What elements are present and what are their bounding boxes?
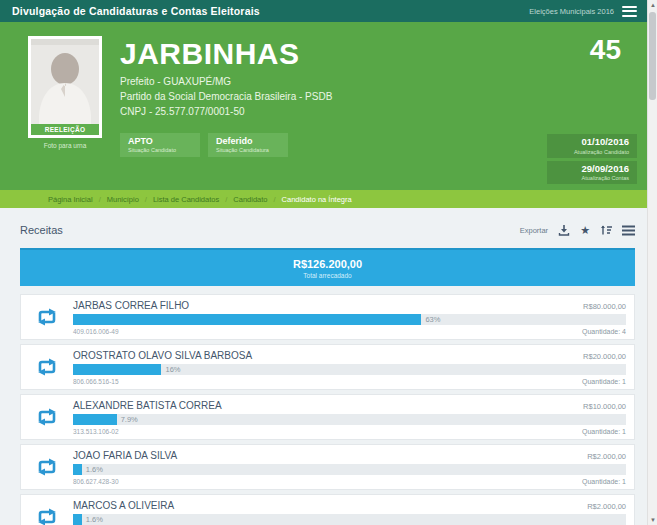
donor-name: JARBAS CORREA FILHO [73,300,189,311]
badge-value: APTO [128,137,190,147]
update-label: Atualização Contas [555,175,629,181]
page-body: Divulgação de Candidaturas e Contas Elei… [0,0,647,525]
breadcrumb-lista[interactable]: Lista de Candidatos [153,195,219,204]
progress-fill [73,514,82,525]
progress-fill [73,414,117,425]
total-amount: R$126.200,00 [293,258,362,270]
candidate-photo: REELEIÇÃO [28,36,102,138]
percent-label: 16% [165,365,180,374]
update-label: Atualização Candidato [555,149,629,155]
row-main: ALEXANDRE BATISTA CORREAR$10.000,00 7.9%… [73,395,634,439]
donation-amount: R$2.000,00 [587,452,626,461]
table-row[interactable]: MARCOS A OLIVEIRAR$2.000,00 1.6% Quantid… [20,494,635,525]
scroll-up-icon[interactable]: ▲ [648,0,657,10]
donor-name: MARCOS A OLIVEIRA [73,500,174,511]
breadcrumb-separator: / [225,195,227,204]
quantity-label: Quantidade: 1 [582,378,626,385]
candidate-name: JARBINHAS [120,38,332,70]
page: Divulgação de Candidaturas e Contas Elei… [0,0,657,525]
download-icon[interactable] [558,224,570,236]
row-main: JARBAS CORREA FILHOR$80.000,00 63% 409.0… [73,295,634,339]
candidate-hero: REELEIÇÃO Foto para urna JARBINHAS Prefe… [0,22,647,190]
transfer-icon [21,345,73,389]
breadcrumb-candidato[interactable]: Candidato [233,195,267,204]
portrait-silhouette [31,39,99,135]
transfer-icon [21,295,73,339]
app-title: Divulgação de Candidaturas e Contas Elei… [12,5,260,17]
candidate-cnpj: CNPJ - 25.577.077/0001-50 [120,104,332,119]
quantity-label: Quantidade: 1 [582,478,626,485]
update-date: 01/10/2016 [555,137,629,147]
progress-fill [73,314,421,325]
table-row[interactable]: JOAO FARIA DA SILVAR$2.000,00 1.6% 806.6… [20,444,635,490]
page-scrollbar[interactable]: ▲ ▼ [647,0,657,525]
percent-label: 1.6% [86,515,103,524]
breadcrumb-home[interactable]: Página Inicial [48,195,93,204]
breadcrumb-separator: / [145,195,147,204]
table-row[interactable]: OROSTRATO OLAVO SILVA BARBOSAR$20.000,00… [20,344,635,390]
quantity-label: Quantidade: 1 [582,428,626,435]
quantity-label: Quantidade: 4 [582,328,626,335]
list-view-icon[interactable] [622,225,635,236]
progress-fill [73,464,82,475]
section-title: Receitas [20,224,63,236]
candidate-party: Partido da Social Democracia Brasileira … [120,89,332,104]
total-label: Total arrecadado [303,272,351,279]
transfer-icon [21,495,73,525]
donor-name: JOAO FARIA DA SILVA [73,450,177,461]
progress-fill [73,364,161,375]
ballot-number: 45 [590,34,621,66]
receitas-toolbar: Exportar ★ [520,224,635,236]
donor-document: 806.066.516-15 [73,378,119,385]
progress-track: 1.6% [73,514,626,525]
sort-icon[interactable] [600,224,612,236]
table-row[interactable]: ALEXANDRE BATISTA CORREAR$10.000,00 7.9%… [20,394,635,440]
total-revenue-bar: R$126.200,00 Total arrecadado [20,248,635,286]
badge-label: Situação Candidato [128,147,190,153]
progress-track: 7.9% [73,414,626,425]
donation-amount: R$10.000,00 [583,402,626,411]
election-edition-label: Eleições Municipais 2016 [529,7,614,16]
donation-amount: R$80.000,00 [583,302,626,311]
breadcrumb-separator: / [99,195,101,204]
percent-label: 1.6% [86,465,103,474]
photo-column: REELEIÇÃO Foto para urna [28,36,102,149]
breadcrumb-separator: / [274,195,276,204]
breadcrumb: Página Inicial / Município / Lista de Ca… [0,190,647,208]
update-candidato: 01/10/2016 Atualização Candidato [547,134,637,157]
scrollbar-thumb[interactable] [649,12,656,100]
donor-name: ALEXANDRE BATISTA CORREA [73,400,222,411]
reelection-badge: REELEIÇÃO [31,124,99,135]
row-main: JOAO FARIA DA SILVAR$2.000,00 1.6% 806.6… [73,445,634,489]
donor-name: OROSTRATO OLAVO SILVA BARBOSA [73,350,252,361]
top-header: Divulgação de Candidaturas e Contas Elei… [0,0,647,22]
status-badges: APTO Situação Candidato Deferido Situaçã… [120,133,332,158]
candidate-portrait: REELEIÇÃO [31,39,99,135]
donor-list: JARBAS CORREA FILHOR$80.000,00 63% 409.0… [20,294,635,525]
status-badge-candidatura: Deferido Situação Candidatura [208,133,288,158]
favorite-star-icon[interactable]: ★ [580,225,590,236]
row-main: OROSTRATO OLAVO SILVA BARBOSAR$20.000,00… [73,345,634,389]
donation-amount: R$20.000,00 [583,352,626,361]
photo-caption: Foto para urna [28,142,102,149]
update-contas: 29/09/2016 Atualização Contas [547,161,637,184]
badge-label: Situação Candidatura [216,147,278,153]
scroll-down-icon[interactable]: ▼ [648,515,657,525]
candidate-info: JARBINHAS Prefeito - GUAXUPÉ/MG Partido … [120,38,332,157]
percent-label: 7.9% [121,415,138,424]
progress-track: 1.6% [73,464,626,475]
export-label[interactable]: Exportar [520,226,548,235]
breadcrumb-municipio[interactable]: Município [107,195,139,204]
update-date: 29/09/2016 [555,164,629,174]
top-header-right: Eleições Municipais 2016 [529,6,637,17]
transfer-icon [21,445,73,489]
percent-label: 63% [425,315,440,324]
update-dates: 01/10/2016 Atualização Candidato 29/09/2… [547,134,637,184]
transfer-icon [21,395,73,439]
table-row[interactable]: JARBAS CORREA FILHOR$80.000,00 63% 409.0… [20,294,635,340]
candidate-office: Prefeito - GUAXUPÉ/MG [120,74,332,89]
receitas-section: Receitas Exportar ★ R$126.200,00 [0,208,647,525]
donor-document: 806.627.428-30 [73,478,119,485]
donation-amount: R$2.000,00 [587,502,626,511]
menu-icon[interactable] [622,6,637,17]
